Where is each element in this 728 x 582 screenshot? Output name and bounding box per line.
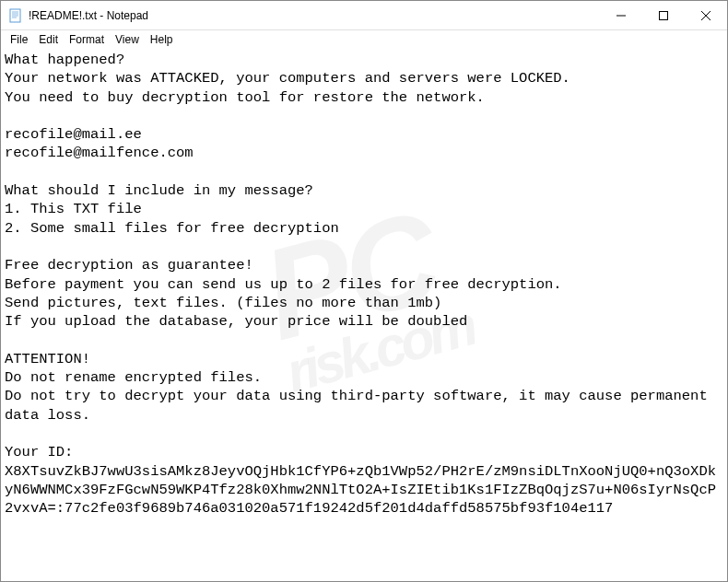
- svg-rect-6: [660, 11, 668, 19]
- window-controls: [600, 1, 727, 29]
- menubar: File Edit Format View Help: [1, 30, 727, 49]
- menu-file[interactable]: File: [5, 32, 33, 47]
- menu-format[interactable]: Format: [64, 32, 110, 47]
- notepad-icon: [8, 8, 23, 23]
- maximize-button[interactable]: [642, 1, 685, 29]
- menu-help[interactable]: Help: [145, 32, 179, 47]
- menu-view[interactable]: View: [110, 32, 145, 47]
- text-area[interactable]: What happened? Your network was ATTACKED…: [1, 49, 727, 581]
- close-button[interactable]: [685, 1, 727, 29]
- window-title: !README!.txt - Notepad: [29, 9, 600, 22]
- minimize-button[interactable]: [600, 1, 642, 29]
- notepad-window: !README!.txt - Notepad File Edit Format …: [0, 0, 728, 582]
- menu-edit[interactable]: Edit: [33, 32, 64, 47]
- titlebar: !README!.txt - Notepad: [1, 1, 727, 30]
